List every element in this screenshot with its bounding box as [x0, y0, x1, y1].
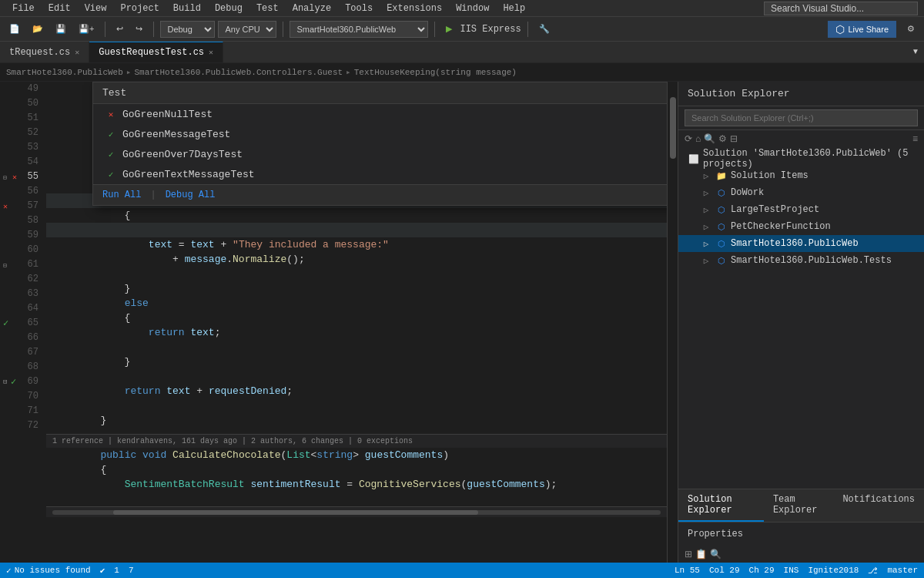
- editor[interactable]: 49 50 51 52 53 54 ⊟ ✕ 55 56 ✕ 57 58: [0, 82, 678, 563]
- line-67: 67: [0, 345, 46, 360]
- tab-guest-request[interactable]: tRequest.cs ✕: [0, 42, 89, 62]
- se-search-input[interactable]: [685, 109, 918, 126]
- menu-test[interactable]: Test: [250, 2, 285, 15]
- redo-btn[interactable]: ↪: [131, 20, 147, 39]
- toolbar-more-btn[interactable]: ⚙: [902, 20, 919, 39]
- popup-header: Test: [93, 82, 667, 104]
- se-smarthotel[interactable]: ▷ ⬡ SmartHotel360.PublicWeb: [678, 235, 924, 252]
- menu-help[interactable]: Help: [497, 2, 531, 15]
- code-line-68: [46, 398, 667, 413]
- menu-project[interactable]: Project: [114, 2, 165, 15]
- expand-icon-tests: ▷: [700, 256, 712, 266]
- tab-close-guest-request-test[interactable]: ✕: [209, 48, 213, 57]
- tab-team-explorer[interactable]: Team Explorer: [764, 489, 833, 522]
- status-check-icon: ✔: [100, 566, 105, 576]
- se-bottom-tabs: Solution Explorer Team Explorer Notifica…: [678, 489, 924, 522]
- tab-guest-request-test[interactable]: GuestRequestTest.cs ✕: [89, 42, 223, 62]
- breadcrumb-namespace[interactable]: SmartHotel360.PublicWeb.Controllers.Gues…: [134, 68, 343, 77]
- se-filter-btn[interactable]: 🔍: [704, 133, 715, 144]
- se-dowork[interactable]: ▷ ⬡ DoWork: [678, 184, 924, 201]
- new-project-btn[interactable]: 📄: [5, 20, 25, 39]
- breadcrumb-method[interactable]: TextHouseKeeping(string message): [354, 68, 517, 77]
- run-all-link[interactable]: Run All: [102, 190, 141, 200]
- bottom-scroll-thumb[interactable]: [113, 510, 478, 515]
- status-branch-icon: ⎇: [868, 566, 878, 576]
- se-home-btn[interactable]: ⌂: [695, 133, 701, 144]
- se-solution-items[interactable]: ▷ 📁 Solution Items: [678, 167, 924, 184]
- bottom-scroll-track[interactable]: [52, 510, 661, 515]
- config-select[interactable]: Debug Release: [160, 21, 215, 38]
- status-bar-left: ✓ No issues found ✔ 1 7: [6, 566, 134, 576]
- save-all-btn[interactable]: 💾+: [74, 20, 99, 39]
- status-line: Ln 55: [675, 566, 700, 575]
- se-settings-btn[interactable]: ⚙: [718, 133, 727, 144]
- vertical-scrollbar[interactable]: [667, 82, 678, 563]
- platform-select[interactable]: Any CPU x64: [218, 21, 276, 38]
- proj-icon-largetest: ⬡: [715, 205, 728, 215]
- se-collapse-btn[interactable]: ⊟: [730, 133, 738, 144]
- solution-explorer-panel: Solution Explorer ⟳ ⌂ 🔍 ⚙ ⊟ ≡ ⬜ Solution…: [678, 82, 924, 563]
- scrollbar-thumb[interactable]: [670, 97, 676, 159]
- tab-solution-explorer[interactable]: Solution Explorer: [678, 489, 764, 522]
- line-69: ⊟ ✓ 69: [0, 375, 46, 389]
- properties-label: Properties: [688, 529, 743, 539]
- tab-close-guest-request[interactable]: ✕: [75, 48, 79, 57]
- run-label: IIS Express: [460, 24, 521, 35]
- undo-btn[interactable]: ↩: [112, 20, 128, 39]
- se-petchecker[interactable]: ▷ ⬡ PetCheckerFunction: [678, 218, 924, 235]
- fold-icon-61[interactable]: ⊟: [3, 257, 7, 272]
- project-select[interactable]: SmartHotel360.PublicWeb: [290, 21, 428, 38]
- props-search-btn[interactable]: 🔍: [710, 549, 721, 560]
- popup-item-2[interactable]: ✓ GoGreenOver7DaysTest: [93, 144, 667, 164]
- breadcrumb-project[interactable]: SmartHotel360.PublicWeb: [6, 68, 123, 77]
- code-line-67: return text + requestDenied;: [46, 384, 667, 398]
- se-largetest[interactable]: ▷ ⬡ LargeTestProject: [678, 201, 924, 218]
- line-56: 56: [0, 184, 46, 199]
- popup-item-0[interactable]: ✕ GoGreenNullTest: [93, 104, 667, 124]
- quick-search-input[interactable]: [764, 2, 918, 15]
- se-solution-item[interactable]: ⬜ Solution 'SmartHotel360.PublicWeb' (5 …: [678, 150, 924, 167]
- se-sync-btn[interactable]: ⟳: [685, 133, 692, 144]
- test-name-1: GoGreenMessageTest: [122, 129, 230, 140]
- line-70: 70: [0, 389, 46, 404]
- tab-bar: tRequest.cs ✕ GuestRequestTest.cs ✕ ▼: [0, 42, 924, 63]
- menu-window[interactable]: Window: [450, 2, 495, 15]
- live-share-button[interactable]: ⬡ Live Share: [828, 21, 896, 38]
- se-more-btn[interactable]: ≡: [912, 133, 918, 144]
- tab-notifications[interactable]: Notifications: [833, 489, 924, 522]
- fold-icon-55[interactable]: ⊟: [3, 170, 7, 184]
- code-line-calc-fn: public void CalculateChocolate(List<stri…: [46, 448, 667, 462]
- run-btn[interactable]: ▶: [441, 20, 457, 39]
- bottom-scrollbar[interactable]: [46, 506, 667, 517]
- tab-dropdown-btn[interactable]: ▼: [907, 42, 924, 60]
- menu-extensions[interactable]: Extensions: [380, 2, 448, 15]
- open-btn[interactable]: 📂: [28, 20, 48, 39]
- menu-build[interactable]: Build: [167, 2, 207, 15]
- menu-view[interactable]: View: [79, 2, 113, 15]
- code-line-63: {: [46, 311, 667, 325]
- tab-label-guest-request-test: GuestRequestTest.cs: [99, 47, 204, 58]
- code-content[interactable]: Test ✕ GoGreenNullTest ✓ GoGreenMessageT…: [46, 82, 667, 563]
- menu-edit[interactable]: Edit: [42, 2, 77, 15]
- fold-icon-69[interactable]: ⊟: [3, 375, 7, 389]
- toolbar-icons-btn[interactable]: 🔧: [534, 20, 554, 39]
- breakpoint-55[interactable]: ✕: [12, 170, 17, 184]
- debug-all-link[interactable]: Debug All: [166, 190, 216, 200]
- properties-icons: ⊞ 📋 🔍: [678, 546, 924, 563]
- se-largetest-label: LargeTestProject: [731, 204, 918, 215]
- line-58: 58: [0, 213, 46, 228]
- menu-analyze[interactable]: Analyze: [286, 2, 337, 15]
- menu-debug[interactable]: Debug: [209, 2, 249, 15]
- main-area: 49 50 51 52 53 54 ⊟ ✕ 55 56 ✕ 57 58: [0, 82, 924, 563]
- popup-item-1[interactable]: ✓ GoGreenMessageTest: [93, 124, 667, 144]
- popup-item-3[interactable]: ✓ GoGreenTextMessageTest: [93, 164, 667, 184]
- props-sort-btn[interactable]: ⊞: [685, 549, 692, 560]
- props-cat-btn[interactable]: 📋: [695, 549, 707, 560]
- save-btn[interactable]: 💾: [51, 20, 71, 39]
- code-line-59: + message.Normalize();: [46, 252, 667, 267]
- line-59: 59: [0, 228, 46, 243]
- se-smarthotel-tests[interactable]: ▷ ⬡ SmartHotel360.PublicWeb.Tests: [678, 252, 924, 269]
- se-solution-label: Solution 'SmartHotel360.PublicWeb' (5 pr…: [703, 148, 918, 170]
- menu-tools[interactable]: Tools: [339, 2, 379, 15]
- menu-file[interactable]: File: [6, 2, 41, 15]
